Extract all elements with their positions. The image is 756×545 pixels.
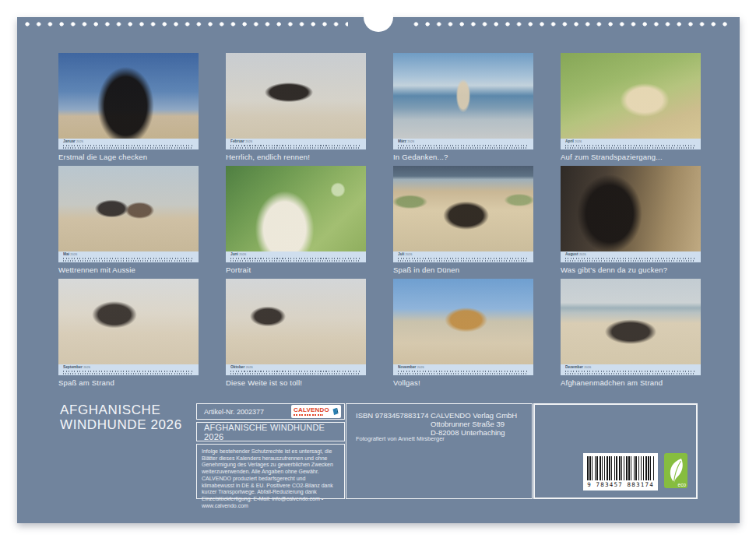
month-thumb-januar: Januar 2026 Erstmal die Lage checken [58, 53, 199, 161]
daynumber-row [565, 260, 695, 262]
isbn-text: ISBN 9783457883174 [356, 411, 429, 420]
strip-month-label: November 2026 [398, 365, 502, 369]
month-photo [58, 53, 199, 139]
month-photo [561, 279, 701, 364]
ean-barcode: 9 783457 883174 [583, 453, 658, 490]
weekday-row [63, 371, 193, 372]
calvendo-logo: CALVENDO [291, 405, 341, 418]
month-caption: Afghanenmädchen am Strand [561, 378, 701, 387]
month-caption: Spaß am Strand [58, 378, 199, 387]
daynumber-row [398, 373, 528, 374]
publisher-address: CALVENDO Verlag GmbH Ottobrunner Straße … [431, 411, 517, 437]
month-thumb-april: April 2026 Auf zum Strandspaziergang... [561, 53, 701, 161]
strip-month-label: Juli 2026 [398, 252, 502, 256]
calendar-title: AFGHANISCHE WINDHUNDE 2026 [60, 403, 182, 432]
inner-title: AFGHANISCHE WINDHUNDE 2026 [204, 423, 344, 441]
month-caption: Erstmal die Lage checken [58, 153, 199, 161]
mini-calendar-strip: Dezember 2026 [561, 364, 701, 375]
strip-month-label: Dezember 2026 [565, 365, 670, 369]
strip-month-label: Juni 2026 [230, 252, 335, 256]
strip-month-label: Mai 2026 [63, 252, 167, 256]
month-thumb-juli: Juli 2026 Spaß in den Dünen [393, 166, 533, 274]
barcode-bars [587, 456, 654, 480]
mini-calendar-strip: April 2026 [561, 139, 701, 149]
month-thumb-august: August 2026 Was gibt's denn da zu gucken… [561, 166, 701, 274]
month-thumb-februar: Februar 2026 Herrlich, endlich rennen! [226, 53, 366, 161]
publisher-box: ISBN 9783457883174 CALVENDO Verlag GmbH … [346, 403, 533, 499]
mini-calendar-strip: Januar 2026 [58, 139, 199, 149]
daynumber-row [398, 260, 528, 262]
mini-calendar-strip: Mai 2026 [58, 251, 199, 262]
mini-calendar-strip: Februar 2026 [226, 139, 366, 149]
month-caption: In Gedanken...? [393, 153, 533, 161]
strip-month-label: April 2026 [565, 139, 670, 143]
daynumber-row [63, 147, 193, 149]
barcode-box: 9 783457 883174 eco [533, 403, 698, 499]
month-caption: Spaß in den Dünen [393, 265, 533, 274]
month-thumb-september: September 2026 Spaß am Strand [58, 279, 199, 387]
month-caption: Portrait [226, 265, 366, 274]
inner-title-box: AFGHANISCHE WINDHUNDE 2026 [196, 422, 345, 441]
legal-text: Infolge bestehender Schutzrechte ist es … [202, 448, 333, 508]
month-thumb-oktober: Oktober 2026 Diese Weite ist so toll! [226, 279, 366, 387]
mini-calendar-strip: August 2026 [561, 251, 701, 262]
month-photo [58, 166, 199, 251]
month-photo [561, 53, 701, 139]
calvendo-book-icon [332, 406, 339, 417]
eco-logo: eco [664, 453, 687, 488]
month-caption: Was gibt's denn da zu gucken? [561, 265, 701, 274]
month-thumb-maerz: März 2026 In Gedanken...? [393, 53, 533, 161]
month-caption: Diese Weite ist so toll! [226, 378, 366, 387]
daynumber-row [63, 373, 193, 374]
daynumber-row [398, 147, 528, 149]
daynumber-row [63, 260, 193, 262]
month-thumb-november: November 2026 Vollgas! [393, 279, 533, 387]
strip-month-label: Oktober 2026 [230, 365, 335, 369]
artikel-number: Artikel-Nr. 2002377 [204, 408, 264, 416]
mini-calendar-strip: Juni 2026 [226, 251, 366, 262]
strip-month-label: Februar 2026 [230, 139, 335, 143]
weekday-row [565, 145, 695, 146]
weekday-row [565, 371, 695, 372]
daynumber-row [565, 147, 695, 149]
month-photo [393, 166, 533, 251]
mini-calendar-strip: März 2026 [393, 139, 533, 149]
month-caption: Wettrennen mit Aussie [58, 265, 199, 274]
legal-box: Infolge bestehender Schutzrechte ist es … [196, 444, 345, 499]
weekday-row [565, 258, 695, 259]
month-photo [226, 53, 366, 139]
daynumber-row [230, 373, 360, 374]
weekday-row [398, 371, 528, 372]
daynumber-row [230, 260, 360, 262]
month-photo [58, 279, 199, 364]
month-caption: Vollgas! [393, 378, 533, 387]
month-caption: Auf zum Strandspaziergang... [561, 153, 701, 161]
mini-calendar-strip: November 2026 [393, 364, 533, 375]
eco-label: eco [678, 482, 686, 487]
month-photo [561, 166, 701, 251]
month-photo [226, 279, 366, 364]
month-thumb-mai: Mai 2026 Wettrennen mit Aussie [58, 166, 199, 274]
weekday-row [398, 145, 528, 146]
weekday-row [230, 371, 360, 372]
artikel-box: Artikel-Nr. 2002377 CALVENDO [196, 403, 345, 420]
weekday-row [230, 145, 360, 146]
weekday-row [398, 258, 528, 259]
daynumber-row [230, 147, 360, 149]
calvendo-logo-text: CALVENDO [294, 407, 329, 413]
calvendo-logo-tagline [294, 414, 323, 416]
hang-hole-icon [364, 2, 393, 32]
mini-calendar-strip: Oktober 2026 [226, 364, 366, 375]
calendar-back-page: Januar 2026 Erstmal die Lage checken Feb… [17, 17, 740, 523]
strip-month-label: September 2026 [63, 365, 167, 369]
barcode-number: 9 783457 883174 [587, 481, 654, 488]
month-thumb-juni: Juni 2026 Portrait [226, 166, 366, 274]
strip-month-label: Januar 2026 [63, 139, 167, 143]
weekday-row [63, 258, 193, 259]
daynumber-row [565, 373, 695, 374]
month-photo [393, 279, 533, 364]
leaf-icon [666, 456, 685, 484]
weekday-row [63, 145, 193, 146]
month-photo [226, 166, 366, 251]
month-caption: Herrlich, endlich rennen! [226, 153, 366, 161]
